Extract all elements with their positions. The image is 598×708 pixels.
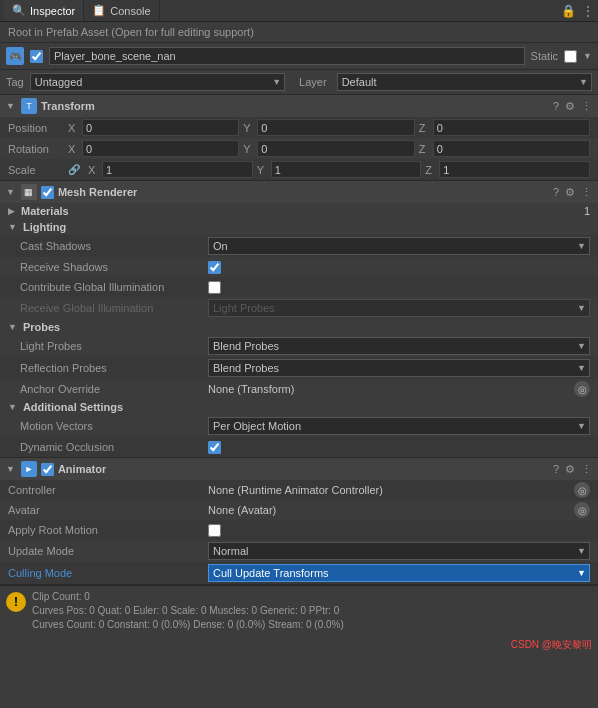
contribute-gi-checkbox[interactable] — [208, 281, 221, 294]
controller-label: Controller — [8, 484, 208, 496]
probes-section-header[interactable]: ▼ Probes — [0, 319, 598, 335]
animator-help-icon[interactable]: ? — [553, 463, 559, 475]
layer-label: Layer — [299, 76, 327, 88]
avatar-row: Avatar None (Avatar) ◎ — [0, 500, 598, 520]
mesh-renderer-header[interactable]: ▼ ▦ Mesh Renderer ? ⚙ ⋮ — [0, 181, 598, 203]
materials-count: 1 — [584, 205, 590, 217]
more-icon[interactable]: ⋮ — [582, 4, 594, 18]
lighting-section-header[interactable]: ▼ Lighting — [0, 219, 598, 235]
light-probes-select[interactable]: Blend Probes — [208, 337, 590, 355]
anchor-override-field: None (Transform) ◎ — [208, 381, 590, 397]
position-x-field: X — [68, 119, 239, 136]
update-mode-select[interactable]: Normal — [208, 542, 590, 560]
cast-shadows-select[interactable]: On — [208, 237, 590, 255]
mesh-renderer-more-icon[interactable]: ⋮ — [581, 186, 592, 199]
apply-root-motion-label: Apply Root Motion — [8, 524, 208, 536]
mesh-renderer-foldout-icon: ▼ — [6, 187, 15, 197]
scale-y-label: Y — [257, 164, 269, 176]
mesh-renderer-settings-icon[interactable]: ⚙ — [565, 186, 575, 199]
avatar-pick-button[interactable]: ◎ — [574, 502, 590, 518]
position-y-input[interactable] — [257, 119, 414, 136]
receive-gi-select-wrapper: Light Probes ▼ — [208, 299, 590, 317]
avatar-field: None (Avatar) ◎ — [208, 502, 590, 518]
scale-x-input[interactable] — [102, 161, 253, 178]
receive-gi-select[interactable]: Light Probes — [208, 299, 590, 317]
transform-help-icon[interactable]: ? — [553, 100, 559, 112]
mesh-renderer-component: ▼ ▦ Mesh Renderer ? ⚙ ⋮ ▶ Materials 1 ▼ … — [0, 181, 598, 458]
scale-y-input[interactable] — [271, 161, 422, 178]
animator-title: Animator — [58, 463, 549, 475]
anchor-override-pick-button[interactable]: ◎ — [574, 381, 590, 397]
tag-select-wrapper: Untagged ▼ — [30, 73, 285, 91]
animator-active-checkbox[interactable] — [41, 463, 54, 476]
object-name-input[interactable] — [49, 47, 525, 65]
rotation-fields: X Y Z — [68, 140, 590, 157]
materials-label: Materials — [21, 205, 69, 217]
rotation-label: Rotation — [8, 143, 68, 155]
transform-foldout-icon: ▼ — [6, 101, 15, 111]
static-checkbox[interactable] — [564, 50, 577, 63]
motion-vectors-select[interactable]: Per Object Motion — [208, 417, 590, 435]
motion-vectors-select-wrapper: Per Object Motion ▼ — [208, 417, 590, 435]
transform-settings-icon[interactable]: ⚙ — [565, 100, 575, 113]
transform-actions: ? ⚙ ⋮ — [553, 100, 592, 113]
mesh-renderer-title: Mesh Renderer — [58, 186, 549, 198]
position-y-field: Y — [243, 119, 414, 136]
tag-layer-row: Tag Untagged ▼ Layer Default ▼ — [0, 70, 598, 95]
controller-pick-button[interactable]: ◎ — [574, 482, 590, 498]
scale-link-icon[interactable]: 🔗 — [68, 164, 80, 175]
tab-inspector-label: Inspector — [30, 5, 75, 17]
animator-more-icon[interactable]: ⋮ — [581, 463, 592, 476]
lock-icon[interactable]: 🔒 — [561, 4, 576, 18]
rotation-y-label: Y — [243, 143, 255, 155]
warning-text: Clip Count: 0 Curves Pos: 0 Quat: 0 Eule… — [32, 590, 344, 632]
apply-root-motion-row: Apply Root Motion — [0, 520, 598, 540]
rotation-y-field: Y — [243, 140, 414, 157]
object-icon: 🎮 — [6, 47, 24, 65]
animator-header[interactable]: ▼ ► Animator ? ⚙ ⋮ — [0, 458, 598, 480]
materials-section-header[interactable]: ▶ Materials 1 — [0, 203, 598, 219]
transform-header[interactable]: ▼ T Transform ? ⚙ ⋮ — [0, 95, 598, 117]
additional-settings-header[interactable]: ▼ Additional Settings — [0, 399, 598, 415]
mesh-renderer-active-checkbox[interactable] — [41, 186, 54, 199]
warning-bar: ! Clip Count: 0 Curves Pos: 0 Quat: 0 Eu… — [0, 585, 598, 636]
rotation-x-input[interactable] — [82, 140, 239, 157]
receive-shadows-checkbox[interactable] — [208, 261, 221, 274]
reflection-probes-select[interactable]: Blend Probes — [208, 359, 590, 377]
layer-select[interactable]: Default — [337, 73, 592, 91]
rotation-y-input[interactable] — [257, 140, 414, 157]
rotation-x-label: X — [68, 143, 80, 155]
culling-mode-row: Culling Mode Cull Update Transforms ▼ — [0, 562, 598, 584]
cast-shadows-row: Cast Shadows On ▼ — [0, 235, 598, 257]
receive-shadows-label: Receive Shadows — [8, 261, 208, 273]
reflection-probes-label: Reflection Probes — [8, 362, 208, 374]
mesh-renderer-icon: ▦ — [21, 184, 37, 200]
scale-z-field: Z — [425, 161, 590, 178]
animator-settings-icon[interactable]: ⚙ — [565, 463, 575, 476]
scale-x-label: X — [88, 164, 100, 176]
static-label: Static — [531, 50, 559, 62]
mesh-renderer-help-icon[interactable]: ? — [553, 186, 559, 198]
layer-select-wrapper: Default ▼ — [337, 73, 592, 91]
rotation-z-input[interactable] — [433, 140, 590, 157]
tab-inspector[interactable]: 🔍 Inspector — [4, 0, 84, 21]
scale-y-field: Y — [257, 161, 422, 178]
position-x-input[interactable] — [82, 119, 239, 136]
position-z-input[interactable] — [433, 119, 590, 136]
receive-shadows-row: Receive Shadows — [0, 257, 598, 277]
scale-z-label: Z — [425, 164, 437, 176]
scale-row: Scale 🔗 X Y Z — [0, 159, 598, 180]
culling-mode-select[interactable]: Cull Update Transforms — [208, 564, 590, 582]
apply-root-motion-checkbox[interactable] — [208, 524, 221, 537]
info-bar-text: Root in Prefab Asset (Open for full edit… — [8, 26, 254, 38]
transform-more-icon[interactable]: ⋮ — [581, 100, 592, 113]
tab-console[interactable]: 📋 Console — [84, 0, 159, 21]
animator-component: ▼ ► Animator ? ⚙ ⋮ Controller None (Runt… — [0, 458, 598, 585]
curves-pos-text: Curves Pos: 0 Quat: 0 Euler: 0 Scale: 0 … — [32, 604, 344, 618]
scale-z-input[interactable] — [439, 161, 590, 178]
dynamic-occlusion-checkbox[interactable] — [208, 441, 221, 454]
tag-select[interactable]: Untagged — [30, 73, 285, 91]
object-active-checkbox[interactable] — [30, 50, 43, 63]
additional-settings-label: Additional Settings — [23, 401, 123, 413]
static-dropdown-icon[interactable]: ▼ — [583, 51, 592, 61]
